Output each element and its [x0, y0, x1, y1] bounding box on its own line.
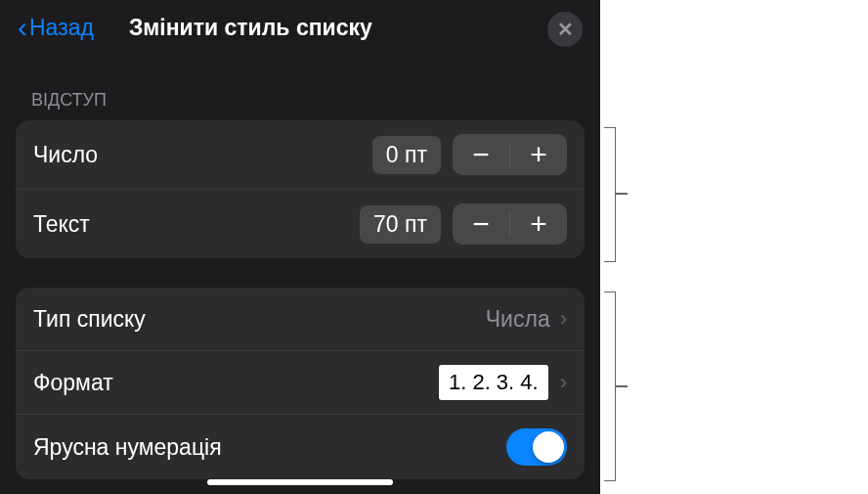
indent-text-increment[interactable]: +: [510, 203, 567, 245]
callout-line-icon: [616, 385, 628, 387]
indent-number-value[interactable]: 0 пт: [372, 136, 441, 174]
annotation-area: [600, 0, 868, 494]
indent-number-stepper: − +: [453, 134, 567, 175]
back-label: Назад: [29, 15, 94, 41]
home-indicator: [207, 479, 393, 485]
indent-text-stepper: − +: [453, 203, 567, 245]
indent-text-label: Текст: [33, 211, 360, 238]
toggle-knob: [533, 431, 564, 463]
indent-number-label: Число: [33, 142, 372, 168]
indent-text-value[interactable]: 70 пт: [360, 205, 441, 244]
close-icon: ✕: [557, 18, 574, 41]
callout-line-icon: [616, 193, 628, 195]
edit-list-style-panel: ‹ Назад Змінити стиль списку ✕ ВІДСТУП Ч…: [0, 0, 600, 494]
list-format-row[interactable]: Формат 1. 2. 3. 4. ›: [16, 350, 585, 414]
page-title: Змінити стиль списку: [129, 15, 372, 41]
indent-number-increment[interactable]: +: [510, 134, 567, 175]
indent-text-row: Текст 70 пт − +: [16, 189, 585, 258]
tiered-numbering-toggle[interactable]: [506, 428, 567, 466]
list-type-row[interactable]: Тип списку Числа ›: [16, 288, 585, 350]
list-type-label: Тип списку: [33, 306, 486, 333]
tiered-numbering-row: Ярусна нумерація: [16, 414, 585, 479]
list-type-value: Числа: [486, 306, 550, 333]
indent-group: Число 0 пт − + Текст 70 пт − +: [16, 120, 585, 258]
callout-bracket-icon: [604, 127, 616, 262]
header: ‹ Назад Змінити стиль списку ✕: [0, 0, 600, 55]
indent-number-decrement[interactable]: −: [453, 134, 509, 175]
callout-bracket-icon: [604, 292, 616, 481]
close-button[interactable]: ✕: [547, 12, 583, 47]
list-format-value: 1. 2. 3. 4.: [439, 365, 548, 400]
chevron-right-icon: ›: [560, 370, 567, 395]
indent-text-decrement[interactable]: −: [453, 203, 509, 245]
chevron-left-icon: ‹: [18, 11, 27, 44]
chevron-right-icon: ›: [560, 306, 567, 332]
list-format-label: Формат: [33, 370, 439, 396]
back-button[interactable]: ‹ Назад: [18, 11, 94, 44]
list-group: Тип списку Числа › Формат 1. 2. 3. 4. › …: [16, 288, 585, 479]
tiered-numbering-label: Ярусна нумерація: [33, 434, 506, 461]
indent-section-header: ВІДСТУП: [0, 55, 600, 120]
indent-number-row: Число 0 пт − +: [16, 120, 585, 189]
